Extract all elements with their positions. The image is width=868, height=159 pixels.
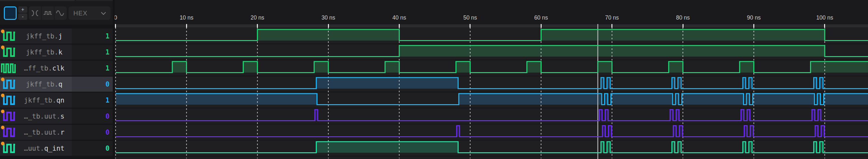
chevron-down-icon [100,11,106,15]
clock-wave-icon [1,61,16,75]
waveform-high-fill [682,94,744,105]
signal-name-base: j [58,32,62,40]
waveform-high-fill [172,62,186,73]
waveform-trace-q[interactable] [116,78,868,89]
signal-name-base: s [61,112,65,120]
signal-name-prefix: jkff_tb. [26,32,58,40]
signal-name-base: q [58,80,62,88]
signal-color-dot [1,110,4,113]
waveform-high-fill [399,46,825,57]
signal-name-prefix: jkff_tb. [24,97,56,104]
waveform-plot[interactable] [115,0,868,159]
signal-value: 1 [72,29,110,44]
signal-value: 0 [72,77,110,92]
signal-color-dot [1,142,4,145]
signal-color-dot [1,78,4,81]
waveform-high-fill [316,78,458,89]
waveform-high-fill [456,62,470,73]
waveform-viewer-window: + - HEX jkff_tb.j1jkff_tb.k1…ff_tb.clk1j… [0,0,868,159]
waveform-high-fill [385,62,399,73]
signal-name[interactable]: jkff_tb.k [17,45,72,60]
waveform-high-fill [116,94,317,105]
signal-name-prefix: …_tb.uut. [24,129,61,136]
digital-wave-icon[interactable] [41,6,54,20]
signal-name[interactable]: …ff_tb.clk [17,60,72,76]
waveform-high-fill [669,62,683,73]
waveform-high-fill [314,62,328,73]
signal-name-base: qn [56,97,64,104]
waveform-high-fill [316,142,458,153]
waveform-trace-q_int[interactable] [116,142,868,153]
color-swatch-button[interactable] [4,6,17,20]
signal-color-dot [1,94,4,97]
signal-name[interactable]: jkff_tb.q [17,77,72,92]
signal-value: 1 [72,92,110,108]
waveform-canvas[interactable]: 010 ns20 ns30 ns40 ns50 ns60 ns70 ns80 n… [115,0,868,159]
signal-value: 0 [72,125,110,140]
signal-name-base: clk [52,64,64,72]
waveform-high-fill [611,94,673,105]
signal-name-prefix: …_tb.uut. [24,112,61,120]
waveform-high-fill [753,94,814,105]
signal-name-base: q_int [44,144,64,152]
top-border-segment [0,0,74,1]
signal-name[interactable]: jkff_tb.qn [17,92,72,108]
waveform-high-fill [243,62,257,73]
signal-name-prefix: …ff_tb. [24,64,53,72]
waveform-high-fill [527,62,541,73]
signal-value: 1 [72,60,110,76]
signal-name-prefix: jkff_tb. [26,48,58,56]
waveform-trace-s[interactable] [116,110,868,121]
signal-color-dot [1,126,4,129]
waveform-trace-r[interactable] [116,126,868,137]
waveform-high-fill [824,94,868,105]
format-dropdown[interactable]: HEX [68,6,111,20]
analog-wave-icon[interactable] [54,6,67,20]
format-dropdown-value: HEX [73,9,100,17]
wave-style-button-group [29,6,67,20]
signal-value: 0 [72,141,110,156]
signal-name[interactable]: jkff_tb.j [17,29,72,44]
signal-name-base: r [61,129,65,136]
signal-name-base: k [58,48,62,56]
signal-color-dot [1,29,4,33]
waveform-high-fill [740,62,754,73]
signal-name-prefix: …uut. [24,144,44,152]
waveform-trace-clk[interactable] [116,61,868,73]
signal-name[interactable]: …_tb.uut.r [17,125,72,140]
signal-name[interactable]: …uut.q_int [17,141,72,156]
waveform-high-fill [811,62,868,73]
signal-name-prefix: jkff_tb. [26,80,58,88]
zoom-out-button[interactable]: - [18,14,27,20]
signal-value: 1 [72,45,110,60]
signal-list-panel: jkff_tb.j1jkff_tb.k1…ff_tb.clk1jkff_tb.q… [0,25,113,159]
waveform-high-fill [459,94,601,105]
signal-value: 0 [72,109,110,124]
signal-color-dot [1,46,4,49]
bus-toggle-icon[interactable] [29,6,41,20]
waveform-high-fill [598,62,612,73]
signal-name[interactable]: …_tb.uut.s [17,109,72,124]
zoom-in-button[interactable]: + [18,6,27,13]
